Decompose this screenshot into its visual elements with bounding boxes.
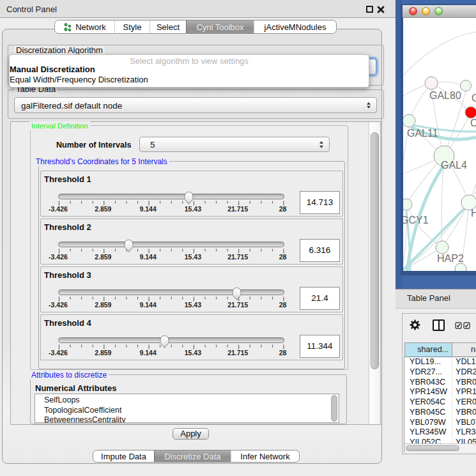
attributes-list-scrollbar-thumb[interactable] — [331, 395, 337, 422]
cell-name: YDL19... — [456, 357, 476, 366]
tab-label: Discretize Data — [164, 452, 220, 461]
network-node-label: C — [470, 118, 476, 128]
threshold-2-slider-thumb[interactable] — [123, 238, 134, 253]
cell-name: YPR145W — [456, 387, 476, 396]
tick-label: 21.715 — [224, 205, 252, 213]
table-header-name[interactable]: na — [452, 342, 476, 357]
table-row[interactable]: YDR27...YDR27... — [404, 367, 476, 376]
window-zoom-light[interactable] — [434, 7, 443, 15]
tick-label: 28 — [269, 205, 297, 213]
table-row[interactable]: YBR043CYBR043C — [404, 378, 476, 387]
tick-label: 28 — [269, 301, 297, 309]
tab-infer-network[interactable]: Infer Network — [231, 450, 299, 462]
interval-definition-group-title: Interval Definition — [29, 121, 90, 130]
control-panel-title: Control Panel — [6, 4, 57, 14]
cell-name: YER054C — [456, 397, 476, 406]
tab-label: Impute Data — [101, 452, 146, 461]
table-row[interactable]: YBR045CYBR045C — [404, 408, 476, 417]
tick-label: 28 — [269, 349, 297, 357]
split-columns-icon[interactable] — [433, 319, 445, 331]
table-row[interactable]: YBL079WYBL079W — [404, 418, 476, 427]
tab-jactivemnodules[interactable]: jActiveMNodules — [254, 20, 336, 33]
settings-scrollbar-thumb[interactable] — [371, 132, 379, 369]
attribute-item[interactable]: SelfLoops — [35, 395, 339, 406]
tick-label: 2.859 — [89, 253, 117, 261]
close-icon[interactable] — [376, 5, 385, 14]
threshold-4-value-field[interactable]: 11.344 — [300, 335, 340, 358]
network-node[interactable] — [461, 81, 472, 91]
threshold-1-label: Threshold 1 — [44, 174, 91, 184]
cell-shared-name: YLR345W — [410, 427, 446, 436]
table-row[interactable]: YPR145WYPR145W — [404, 387, 476, 396]
page: Control Panel Discretization Algorithm g… — [0, 0, 476, 476]
table-header-shared[interactable]: shared... — [404, 342, 452, 357]
network-edge — [403, 32, 476, 75]
threshold-1-slider-thumb[interactable] — [183, 190, 194, 205]
attribute-item[interactable]: TopologicalCoefficient — [35, 406, 339, 416]
table-hscrollbar-thumb[interactable] — [406, 445, 459, 451]
threshold-4-slider-track[interactable] — [58, 337, 284, 343]
tab-impute-data[interactable]: Impute Data — [93, 450, 154, 462]
threshold-4-slider-thumb[interactable] — [159, 334, 170, 349]
tick-label: 2.859 — [89, 349, 117, 357]
window-minimize-light[interactable] — [422, 7, 430, 15]
threshold-3-slider-track[interactable] — [58, 289, 284, 295]
network-node[interactable] — [403, 114, 415, 127]
table-data-combo[interactable]: galFiltered.sif default node — [14, 97, 377, 113]
cell-name: YIL052C — [456, 438, 476, 443]
numerical-attributes-label: Numerical Attributes — [35, 383, 116, 393]
threshold-3-label: Threshold 3 — [44, 270, 91, 280]
apply-button[interactable]: Apply — [173, 428, 209, 440]
threshold-1-value-field[interactable]: 14.713 — [300, 191, 340, 214]
tick-label: 28 — [269, 253, 297, 261]
checkbox-icon-2[interactable] — [463, 322, 470, 329]
checkbox-icon-1[interactable] — [455, 322, 462, 329]
table-column-divider — [452, 358, 452, 445]
network-node[interactable] — [455, 263, 466, 271]
tab-label: Style — [123, 22, 142, 32]
tick-label: 9.144 — [134, 253, 162, 261]
dropdown-option-manual[interactable]: Manual Discretization — [10, 65, 95, 74]
cell-shared-name: YPR145W — [410, 387, 447, 396]
tab-style[interactable]: Style — [114, 20, 150, 33]
tab-label: jActiveMNodules — [265, 22, 326, 32]
threshold-3-slider-thumb[interactable] — [231, 286, 242, 301]
threshold-2-slider-track[interactable] — [58, 242, 284, 247]
tab-network[interactable]: Network — [55, 20, 114, 33]
tick-label: 9.144 — [134, 301, 162, 309]
threshold-1-slider-track[interactable] — [58, 194, 284, 199]
threshold-3-value-field[interactable]: 21.4 — [300, 287, 340, 310]
network-node[interactable] — [436, 241, 449, 254]
float-window-icon[interactable] — [366, 6, 373, 13]
table-row[interactable]: YDL19...YDL19... — [404, 357, 476, 366]
attribute-item[interactable]: BetweennessCentrality — [35, 415, 339, 423]
tick-label: 9.144 — [134, 349, 162, 357]
thresholds-group-title: Threshold's Coordinates for 5 Intervals — [34, 157, 169, 166]
threshold-2-value-field[interactable]: 6.316 — [300, 239, 340, 262]
table-row[interactable]: YIL052CYIL052C — [404, 438, 476, 443]
network-node-label: H — [471, 208, 476, 219]
network-node[interactable] — [465, 107, 476, 118]
table-row[interactable]: YER054CYER054C — [404, 397, 476, 406]
cell-name: YDR27... — [456, 367, 476, 376]
table-data-combo-value: galFiltered.sif default node — [21, 100, 122, 110]
window-close-light[interactable] — [409, 7, 417, 15]
tab-select[interactable]: Select — [150, 20, 186, 33]
threshold-2-box: Threshold 2-3.4262.8599.14415.4321.71528… — [40, 219, 343, 265]
network-node[interactable] — [403, 199, 412, 210]
cell-shared-name: YBR045C — [410, 408, 445, 417]
gear-icon[interactable] — [410, 319, 420, 330]
numerical-attributes-list[interactable]: SelfLoopsTopologicalCoefficientBetweenne… — [35, 394, 339, 423]
network-canvas[interactable]: GAL80GCGAL11GAL4GCY1HHAP2 — [403, 18, 476, 271]
number-of-intervals-combo[interactable]: 5 — [139, 137, 330, 152]
tab-cyni-toolbox[interactable]: Cyni Toolbox — [186, 20, 254, 33]
tick-label: 21.715 — [224, 301, 252, 309]
table-row[interactable]: YLR345WYLR345W — [404, 427, 476, 436]
tab-discretize-data[interactable]: Discretize Data — [154, 450, 231, 462]
threshold-2-label: Threshold 2 — [44, 222, 91, 232]
tick-label: 2.859 — [89, 301, 117, 309]
number-of-intervals-label: Number of Intervals — [56, 141, 131, 150]
dropdown-option-equal-width[interactable]: Equal Width/Frequency Discretization — [10, 75, 148, 84]
network-node[interactable] — [425, 77, 438, 89]
tick-label: 21.715 — [224, 253, 252, 261]
